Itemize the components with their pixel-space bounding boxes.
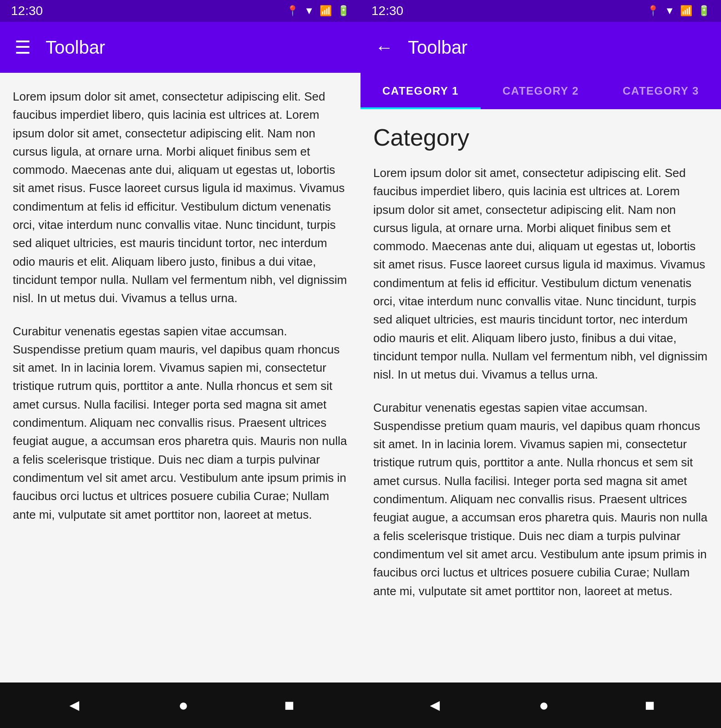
menu-icon[interactable]: ☰	[15, 37, 31, 58]
tab-category-3[interactable]: CATEGORY 3	[601, 73, 721, 109]
right-paragraph-2: Curabitur venenatis egestas sapien vitae…	[360, 399, 721, 600]
right-home-button[interactable]: ●	[539, 696, 549, 715]
left-phone: 12:30 📍 ▼ 📶 🔋 ☰ Toolbar Lorem ipsum dolo…	[0, 0, 360, 728]
battery-icon: 🔋	[337, 5, 350, 17]
right-time: 12:30	[371, 4, 403, 18]
tab-category-2[interactable]: CATEGORY 2	[481, 73, 601, 109]
wifi-icon: ▼	[304, 5, 314, 17]
left-status-icons: 📍 ▼ 📶 🔋	[286, 5, 350, 17]
back-icon[interactable]: ←	[375, 37, 393, 58]
right-paragraph-1: Lorem ipsum dolor sit amet, consectetur …	[360, 164, 721, 384]
right-toolbar: ← Toolbar	[360, 22, 721, 73]
right-recents-button[interactable]: ■	[645, 696, 655, 715]
right-nav-bar: ◄ ● ■	[360, 682, 721, 728]
right-back-button[interactable]: ◄	[427, 696, 443, 715]
right-toolbar-title: Toolbar	[408, 37, 467, 58]
category-heading: Category	[360, 109, 721, 151]
left-status-bar: 12:30 📍 ▼ 📶 🔋	[0, 0, 360, 22]
right-phone: 12:30 📍 ▼ 📶 🔋 ← Toolbar CATEGORY 1 CATEG…	[360, 0, 721, 728]
left-recents-button[interactable]: ■	[284, 696, 294, 715]
tab-category-1[interactable]: CATEGORY 1	[360, 73, 481, 109]
left-content: Lorem ipsum dolor sit amet, consectetur …	[0, 73, 360, 682]
right-status-icons: 📍 ▼ 📶 🔋	[647, 5, 710, 17]
left-time: 12:30	[11, 4, 43, 18]
signal-icon: 📶	[320, 5, 332, 17]
left-paragraph-2: Curabitur venenatis egestas sapien vitae…	[13, 322, 348, 524]
right-signal-icon: 📶	[680, 5, 692, 17]
right-content: Category Lorem ipsum dolor sit amet, con…	[360, 109, 721, 682]
tab-bar: CATEGORY 1 CATEGORY 2 CATEGORY 3	[360, 73, 721, 109]
right-location-icon: 📍	[647, 5, 659, 17]
right-status-bar: 12:30 📍 ▼ 📶 🔋	[360, 0, 721, 22]
left-back-button[interactable]: ◄	[66, 696, 82, 715]
left-home-button[interactable]: ●	[178, 696, 188, 715]
location-icon: 📍	[286, 5, 299, 17]
left-nav-bar: ◄ ● ■	[0, 682, 360, 728]
left-toolbar: ☰ Toolbar	[0, 22, 360, 73]
left-toolbar-title: Toolbar	[46, 37, 105, 58]
left-paragraph-1: Lorem ipsum dolor sit amet, consectetur …	[13, 87, 348, 308]
right-battery-icon: 🔋	[698, 5, 710, 17]
right-wifi-icon: ▼	[665, 5, 675, 17]
